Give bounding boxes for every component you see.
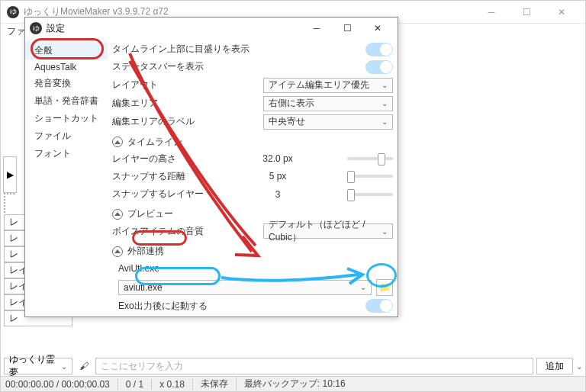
combo-edit-label[interactable]: 中央寄せ⌄ xyxy=(263,114,393,130)
status-save: 未保存 xyxy=(201,378,237,390)
category-file[interactable]: ファイル xyxy=(25,127,108,145)
dialog-title: 設定 xyxy=(47,22,301,35)
label-statusbar: ステータスバーを表示 xyxy=(112,60,361,73)
combo-voice-quality[interactable]: デフォルト（ほどほど / Cubic）⌄ xyxy=(263,223,393,239)
add-button[interactable]: 追加 xyxy=(536,358,573,374)
label-layout: レイアウト xyxy=(112,79,259,92)
label-snap-dist: スナップする距離 xyxy=(112,170,208,183)
category-shortcut[interactable]: ショートカット xyxy=(25,110,108,127)
bottom-bar: ゆっくり霊夢⌄ 🖌 ここにセリフを入力 追加 ⌄ xyxy=(4,356,582,376)
label-timeline-scale: タイムライン上部に目盛りを表示 xyxy=(112,43,361,56)
settings-categories: 全般 AquesTalk 発音変換 単語・発音辞書 ショートカット ファイル フ… xyxy=(25,39,108,316)
maximize-button[interactable]: ☐ xyxy=(509,1,544,24)
combo-layout[interactable]: アイテム編集エリア優先⌄ xyxy=(263,78,393,93)
slider-snap-dist[interactable] xyxy=(347,175,393,178)
chevron-up-icon xyxy=(112,246,123,257)
chevron-up-icon xyxy=(112,137,123,147)
side-collapse-button[interactable]: ▶ xyxy=(3,156,17,193)
category-general[interactable]: 全般 xyxy=(25,42,108,59)
status-frames: 0 / 1 xyxy=(126,379,152,390)
menu-file[interactable]: ファ xyxy=(7,25,25,38)
label-snap-layer: スナップするレイヤー xyxy=(112,188,208,201)
section-timeline[interactable]: タイムライン xyxy=(112,133,393,149)
dialog-close-button[interactable]: ✕ xyxy=(362,18,393,39)
label-layer-height: レイヤーの高さ xyxy=(112,153,208,165)
dialogue-input[interactable]: ここにセリフを入力 xyxy=(95,358,533,374)
combo-edit-area[interactable]: 右側に表示⌄ xyxy=(263,96,393,111)
category-pronunciation[interactable]: 発音変換 xyxy=(25,75,108,92)
chevron-up-icon xyxy=(112,209,123,220)
browse-button[interactable]: 📁 xyxy=(376,279,393,296)
settings-content: タイムライン上部に目盛りを表示 ステータスバーを表示 レイアウトアイテム編集エリ… xyxy=(108,39,398,316)
character-select[interactable]: ゆっくり霊夢⌄ xyxy=(4,358,72,374)
category-dictionary[interactable]: 単語・発音辞書 xyxy=(25,92,108,110)
dialog-minimize-button[interactable]: ─ xyxy=(301,18,332,39)
add-menu-chevron-icon[interactable]: ⌄ xyxy=(576,362,582,371)
close-button[interactable]: ✕ xyxy=(544,1,579,24)
settings-dialog: ゆ 設定 ─ ☐ ✕ 全般 AquesTalk 発音変換 単語・発音辞書 ショー… xyxy=(24,17,398,317)
category-aquestalk[interactable]: AquesTalk xyxy=(25,59,108,75)
combo-aviutl-path[interactable]: aviutl.exe⌄ xyxy=(118,280,372,295)
toggle-statusbar[interactable] xyxy=(365,60,393,74)
status-zoom: x 0.18 xyxy=(159,379,193,390)
value-snap-dist: 5 px xyxy=(213,171,343,182)
label-aviutl: AviUtl.exe xyxy=(112,263,393,274)
dialog-titlebar: ゆ 設定 ─ ☐ ✕ xyxy=(25,18,398,39)
value-snap-layer: 3 xyxy=(213,189,343,200)
slider-snap-layer[interactable] xyxy=(347,193,393,196)
label-exo-launch: Exo出力後に起動する xyxy=(112,300,361,313)
app-icon: ゆ xyxy=(7,6,19,18)
minimize-button[interactable]: ─ xyxy=(474,1,509,24)
toggle-exo-launch[interactable] xyxy=(365,299,393,313)
format-icon[interactable]: 🖌 xyxy=(76,358,92,374)
app-icon: ゆ xyxy=(30,22,42,34)
drag-handle-icon[interactable] xyxy=(4,193,14,213)
label-voice-quality: ボイスアイテムの音質 xyxy=(112,225,259,238)
status-bar: 00:00:00.00 / 00:00:00.03 0 / 1 x 0.18 未… xyxy=(1,376,585,391)
category-font[interactable]: フォント xyxy=(25,145,108,162)
dialog-maximize-button[interactable]: ☐ xyxy=(332,18,362,39)
value-layer-height: 32.0 px xyxy=(213,153,343,164)
status-backup: 最終バックアップ: 10:16 xyxy=(244,378,346,390)
label-edit-area: 編集エリア xyxy=(112,97,259,110)
label-edit-label: 編集エリアのラベル xyxy=(112,115,259,128)
section-external[interactable]: 外部連携 xyxy=(112,242,393,258)
status-time: 00:00:00.00 / 00:00:00.03 xyxy=(5,379,118,390)
toggle-timeline-scale[interactable] xyxy=(365,43,393,56)
slider-layer-height[interactable] xyxy=(347,157,393,160)
folder-icon: 📁 xyxy=(379,282,391,293)
